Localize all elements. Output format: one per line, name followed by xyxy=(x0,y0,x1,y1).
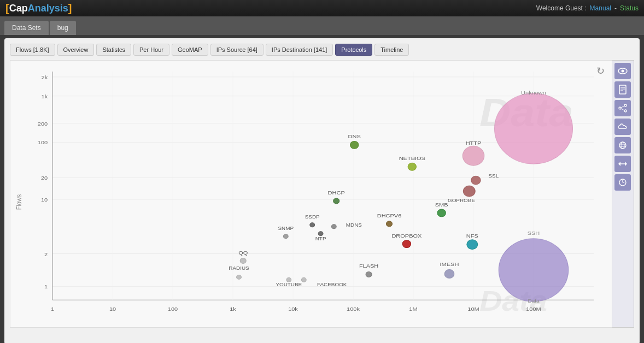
status-link[interactable]: Status xyxy=(620,4,639,12)
tab-perhour[interactable]: Per Hour xyxy=(133,44,169,56)
label-mdns: MDNS xyxy=(346,222,362,227)
svg-rect-21 xyxy=(619,85,626,94)
x-tick-10k: 10k xyxy=(288,306,298,312)
label-qq: QQ xyxy=(238,250,248,255)
bubble-dhcpv6 xyxy=(387,221,393,227)
bubble-facebook xyxy=(301,277,306,282)
main-content: Flows [1.8K] Overview Statistcs Per Hour… xyxy=(4,38,640,343)
y-tick-1k: 1k xyxy=(42,93,48,99)
svg-marker-35 xyxy=(625,162,627,166)
logo-cap: Cap xyxy=(9,3,28,14)
logo: [ Cap Analysis ] xyxy=(5,2,72,15)
globe-button[interactable] xyxy=(614,137,631,153)
svg-point-30 xyxy=(619,142,626,149)
tab-overview[interactable]: Overview xyxy=(57,44,95,56)
chart-area: ↻ Data Data Flows 2k 1k 200 100 xyxy=(10,60,634,328)
label-ntp: NTP xyxy=(315,235,326,241)
label-dns: DNS xyxy=(348,134,361,139)
label-ssdp: SSDP xyxy=(305,214,320,219)
header: [ Cap Analysis ] Welcome Guest : Manual … xyxy=(0,0,644,16)
x-tick-10: 10 xyxy=(109,306,116,312)
bubble-dhcp xyxy=(333,198,339,204)
svg-point-20 xyxy=(622,70,624,73)
y-tick-2k: 2k xyxy=(42,74,48,80)
x-tick-1m: 1M xyxy=(409,306,417,312)
scatter-chart: Data Data Flows 2k 1k 200 100 20 10 xyxy=(10,61,612,327)
clock-button[interactable] xyxy=(614,174,631,191)
cloud-button[interactable] xyxy=(614,119,631,135)
label-radius: RADIUS xyxy=(229,265,249,271)
y-tick-200: 200 xyxy=(38,121,48,126)
logo-analysis: Analysis xyxy=(28,3,68,14)
x-tick-100: 100 xyxy=(168,306,178,312)
svg-point-25 xyxy=(624,104,627,107)
bubble-dropbox xyxy=(402,240,411,248)
label-netbios: NETBIOS xyxy=(399,156,425,161)
svg-line-29 xyxy=(621,109,624,110)
label-ssh-bytes: Data xyxy=(528,298,540,304)
y-tick-10: 10 xyxy=(41,197,48,202)
header-right: Welcome Guest : Manual - Status xyxy=(536,4,639,12)
logo-bracket-left: [ xyxy=(5,2,9,15)
bubble-smb xyxy=(437,209,446,217)
welcome-text: Welcome Guest : xyxy=(536,4,587,12)
label-ssh: SSH xyxy=(528,230,540,235)
bubble-ssh xyxy=(499,239,569,302)
navbar: Data Sets bug xyxy=(0,16,644,35)
y-tick-2: 2 xyxy=(44,251,48,257)
share-button[interactable] xyxy=(614,100,631,116)
label-unknown: Unknown xyxy=(521,90,546,95)
bubble-netbios xyxy=(408,163,416,170)
tab-timeline[interactable]: Timeline xyxy=(374,44,409,56)
label-dhcp: DHCP xyxy=(328,190,345,195)
tab-bar: Flows [1.8K] Overview Statistcs Per Hour… xyxy=(10,44,634,56)
nav-tab-bug[interactable]: bug xyxy=(50,21,76,35)
tab-statistics[interactable]: Statistcs xyxy=(96,44,131,56)
tab-geomap[interactable]: GeoMAP xyxy=(172,44,208,56)
document-button[interactable] xyxy=(614,81,631,98)
label-http: HTTP xyxy=(466,140,482,146)
y-tick-100: 100 xyxy=(38,140,48,145)
x-tick-10m: 10M xyxy=(467,306,479,312)
bubble-mdns xyxy=(331,224,336,229)
reload-button[interactable]: ↻ xyxy=(593,64,607,78)
logo-bracket-right: ] xyxy=(68,2,72,15)
y-tick-1: 1 xyxy=(44,284,48,289)
svg-point-27 xyxy=(624,110,627,112)
tab-ips-source[interactable]: IPs Source [64] xyxy=(210,44,264,56)
arrows-button[interactable] xyxy=(614,156,631,172)
svg-point-26 xyxy=(619,107,621,109)
eye-button[interactable] xyxy=(614,63,631,79)
bubble-goprobe xyxy=(463,186,475,197)
y-axis-label: Flows xyxy=(15,194,22,210)
nav-tab-datasets[interactable]: Data Sets xyxy=(4,21,49,35)
label-dropbox: DROPBOX xyxy=(391,233,421,238)
bubble-imesh xyxy=(444,269,454,278)
label-dhcpv6: DHCPV6 xyxy=(377,212,402,218)
tab-flows[interactable]: Flows [1.8K] xyxy=(10,44,55,56)
chart-sidebar xyxy=(612,60,634,328)
svg-marker-34 xyxy=(618,162,620,166)
bubble-radius xyxy=(237,275,242,279)
header-dash: - xyxy=(614,4,617,12)
bubble-http xyxy=(462,146,484,165)
label-goprobe: GOPROBE xyxy=(448,197,475,203)
label-smb: SMB xyxy=(435,202,448,207)
bubble-ssl xyxy=(471,176,481,185)
tab-ips-dest[interactable]: IPs Destination [141] xyxy=(266,44,333,56)
bubble-snmp xyxy=(283,234,288,239)
svg-point-31 xyxy=(621,142,624,149)
x-tick-100m: 100M xyxy=(526,306,541,312)
bubble-nfs xyxy=(467,240,478,250)
label-youtube: YOUTUBE xyxy=(276,282,302,287)
x-tick-1: 1 xyxy=(51,306,54,312)
bubble-dns xyxy=(350,141,359,149)
svg-line-28 xyxy=(621,106,624,108)
label-facebook: FACEBOOK xyxy=(317,282,347,287)
label-snmp: SNMP xyxy=(278,225,294,230)
tab-protocols[interactable]: Protocols xyxy=(335,44,372,56)
label-nfs: NFS xyxy=(466,233,478,238)
manual-link[interactable]: Manual xyxy=(590,4,611,12)
bubble-flash xyxy=(366,271,372,277)
label-flash: FLASH xyxy=(359,263,378,269)
